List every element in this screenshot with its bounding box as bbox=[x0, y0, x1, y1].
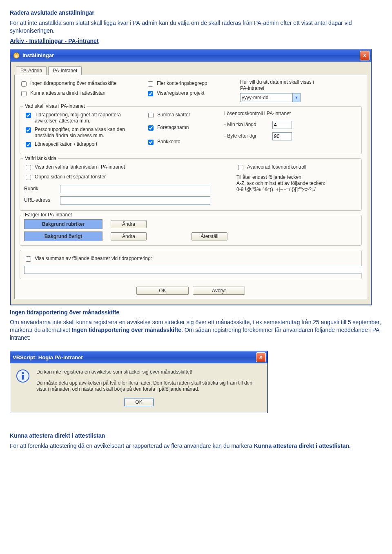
rubrik-label: Rubrik bbox=[24, 186, 57, 192]
andra-rubriker-button[interactable]: Ändra bbox=[111, 220, 147, 228]
chk-visa-valfria-lanken-label: Visa den valfria länken/sidan i PA-intra… bbox=[35, 164, 125, 170]
group-summa-lonearter: Visa summan av följande lönearter vid ti… bbox=[20, 250, 362, 279]
adv-text-2: A-Z, a-z och minst ett av följande tecke… bbox=[236, 180, 330, 193]
chk-bankkonto-input[interactable] bbox=[148, 140, 154, 145]
password-control-caption: Lösenordskontroll i PA-intranet bbox=[224, 111, 314, 117]
chk-fler-konteringsbegrepp-input[interactable] bbox=[148, 81, 153, 87]
minlen-input[interactable] bbox=[272, 121, 292, 129]
chk-foretagsnamn[interactable]: Företagsnamn bbox=[147, 125, 216, 132]
chk-foretagsnamn-input[interactable] bbox=[148, 125, 154, 131]
chk-visa-projekt[interactable]: Visa/registrera projekt bbox=[146, 90, 228, 98]
chk-visa-projekt-label: Visa/registrera projekt bbox=[157, 90, 205, 96]
date-format-select[interactable]: yyyy-mm-dd ▼ bbox=[240, 93, 301, 102]
chk-lonespec-input[interactable] bbox=[26, 142, 31, 147]
info-icon bbox=[16, 369, 30, 383]
svg-point-3 bbox=[22, 372, 24, 374]
chk-fler-konteringsbegrepp[interactable]: Fler konteringsbegrepp bbox=[146, 80, 228, 88]
vbscript-close-button[interactable]: X bbox=[256, 352, 266, 362]
chevron-down-icon: ▼ bbox=[292, 93, 300, 102]
intro-text: För att inte anställda som slutat skall … bbox=[10, 19, 382, 35]
close-icon: X bbox=[363, 53, 366, 58]
link-arkiv-pa-intranet[interactable]: Arkiv - Inställningar - PA-intranet bbox=[10, 38, 99, 44]
chk-bankkonto-label: Bankkonto bbox=[157, 139, 180, 145]
aterstall-button[interactable]: Återställ bbox=[192, 232, 227, 240]
chk-summa-skatter-input[interactable] bbox=[148, 113, 154, 118]
close-icon: X bbox=[259, 355, 262, 360]
chk-personuppgifter[interactable]: Personuppgifter, om denna visas kan den … bbox=[24, 127, 138, 139]
chk-fler-konteringsbegrepp-label: Fler konteringsbegrepp bbox=[157, 80, 207, 87]
chk-visa-valfria-lanken-input[interactable] bbox=[26, 165, 31, 170]
svg-point-1 bbox=[15, 55, 18, 58]
group-farger: Färger för PA-intranet Bakgrund rubriker… bbox=[20, 215, 362, 246]
adv-text-1: Tillåter endast följande tecken: bbox=[236, 174, 330, 180]
chk-tidrapportering[interactable]: Tidrapportering, möjlighet att rapporter… bbox=[24, 112, 138, 124]
chk-visa-summan-label: Visa summan av följande lönearter vid ti… bbox=[35, 256, 152, 262]
chk-ingen-tidrapportering-input[interactable] bbox=[21, 81, 27, 87]
para-attestera: För att förenkla attestering då en avvik… bbox=[10, 442, 382, 450]
chk-avancerad-losenord-input[interactable] bbox=[238, 165, 243, 170]
settings-window: Inställningar X PA-Admin PA-Intranet Ing… bbox=[10, 49, 372, 305]
swatch-ovrigt: Bakgrund övrigt bbox=[24, 231, 102, 241]
byte-input[interactable] bbox=[272, 132, 292, 140]
legend-valfri: Valfri länk/sida bbox=[23, 156, 58, 161]
msgbox-line-2: Du måste dela upp avvikelsen på två elle… bbox=[36, 380, 262, 392]
close-button[interactable]: X bbox=[360, 51, 370, 60]
vbscript-dialog: VBScript: Hogia PA-intranet X Du kan int… bbox=[10, 351, 268, 413]
chk-tidrapportering-input[interactable] bbox=[26, 113, 31, 118]
swatch-rubriker: Bakgrund rubriker bbox=[24, 219, 102, 229]
ok-button[interactable]: OK bbox=[136, 287, 189, 295]
vbscript-title: VBScript: Hogia PA-intranet bbox=[13, 354, 83, 360]
group-valfri-lank: Valfri länk/sida Visa den valfria länken… bbox=[20, 158, 362, 211]
rubrik-input[interactable] bbox=[60, 185, 210, 193]
window-title: Inställningar bbox=[22, 52, 54, 58]
chk-lonespec[interactable]: Lönespecifikation / tidrapport bbox=[24, 141, 138, 149]
app-icon bbox=[13, 52, 20, 59]
para-ingen-tidrapportering: Om användarna inte skall kunna registrer… bbox=[10, 318, 382, 342]
tab-pa-admin[interactable]: PA-Admin bbox=[16, 66, 47, 75]
cancel-button[interactable]: Avbryt bbox=[193, 287, 245, 295]
chk-attestera-direkt-label: Kunna attestera direkt i attestlistan bbox=[30, 90, 105, 96]
andra-ovrigt-button[interactable]: Ändra bbox=[111, 232, 147, 240]
chk-lonespec-label: Lönespecifikation / tidrapport bbox=[35, 141, 97, 147]
svg-rect-4 bbox=[22, 375, 24, 380]
msgbox-line-1: Du kan inte registrera en avvikelse som … bbox=[36, 369, 262, 375]
chk-personuppgifter-input[interactable] bbox=[26, 127, 31, 133]
chk-oppna-separat-input[interactable] bbox=[26, 175, 31, 180]
heading-ingen-tidrapportering: Ingen tidrapportering över månadsskifte bbox=[10, 309, 382, 316]
url-input[interactable] bbox=[60, 196, 210, 205]
date-format-caption: Hur vill du att datumet skall visas i PA… bbox=[240, 79, 322, 91]
chk-visa-projekt-input[interactable] bbox=[148, 91, 153, 96]
chk-avancerad-losenord-label: Avancerad lösenordkontroll bbox=[247, 164, 306, 170]
chk-personuppgifter-label: Personuppgifter, om denna visas kan den … bbox=[35, 127, 138, 139]
group-vad-skall-visas: Vad skall visas i PA-intranet Tidrapport… bbox=[20, 106, 362, 154]
chk-visa-summan[interactable]: Visa summan av följande lönearter vid ti… bbox=[24, 256, 357, 263]
chk-attestera-direkt[interactable]: Kunna attestera direkt i attestlistan bbox=[20, 90, 134, 98]
url-label: URL-adress bbox=[24, 197, 57, 203]
chk-tidrapportering-label: Tidrapportering, möjlighet att rapporter… bbox=[35, 112, 138, 124]
date-format-value: yyyy-mm-dd bbox=[242, 95, 268, 100]
chk-summa-skatter-label: Summa skatter bbox=[157, 112, 190, 118]
chk-ingen-tidrapportering-label: Ingen tidrapportering över månadsskifte bbox=[30, 80, 116, 87]
chk-ingen-tidrapportering[interactable]: Ingen tidrapportering över månadsskifte bbox=[20, 80, 134, 88]
chk-avancerad-losenord[interactable]: Avancerad lösenordkontroll bbox=[236, 164, 330, 171]
minlen-label: - Min tkn längd bbox=[224, 122, 269, 128]
heading-radera: Radera avslutade anställningar bbox=[10, 9, 382, 17]
chk-foretagsnamn-label: Företagsnamn bbox=[157, 125, 189, 131]
chk-attestera-direkt-input[interactable] bbox=[21, 91, 27, 96]
msgbox-ok-button[interactable]: OK bbox=[124, 398, 153, 406]
legend-visas: Vad skall visas i PA-intranet bbox=[23, 103, 87, 109]
lonearter-input[interactable] bbox=[24, 266, 362, 274]
chk-visa-summan-input[interactable] bbox=[26, 256, 31, 262]
byte-label: - Byte efter dgr bbox=[224, 133, 269, 139]
chk-bankkonto[interactable]: Bankkonto bbox=[147, 139, 216, 146]
titlebar: Inställningar X bbox=[10, 49, 371, 62]
chk-oppna-separat[interactable]: Öppna sidan i ett separat fönster bbox=[24, 174, 228, 181]
chk-visa-valfria-lanken[interactable]: Visa den valfria länken/sidan i PA-intra… bbox=[24, 164, 228, 171]
legend-farger: Färger för PA-intranet bbox=[23, 212, 74, 218]
tab-pa-intranet[interactable]: PA-Intranet bbox=[48, 66, 82, 75]
heading-attestera: Kunna attestera direkt i attestlistan bbox=[10, 432, 382, 440]
chk-oppna-separat-label: Öppna sidan i ett separat fönster bbox=[35, 174, 106, 180]
chk-summa-skatter[interactable]: Summa skatter bbox=[147, 112, 216, 119]
vbscript-titlebar: VBScript: Hogia PA-intranet X bbox=[10, 351, 267, 363]
